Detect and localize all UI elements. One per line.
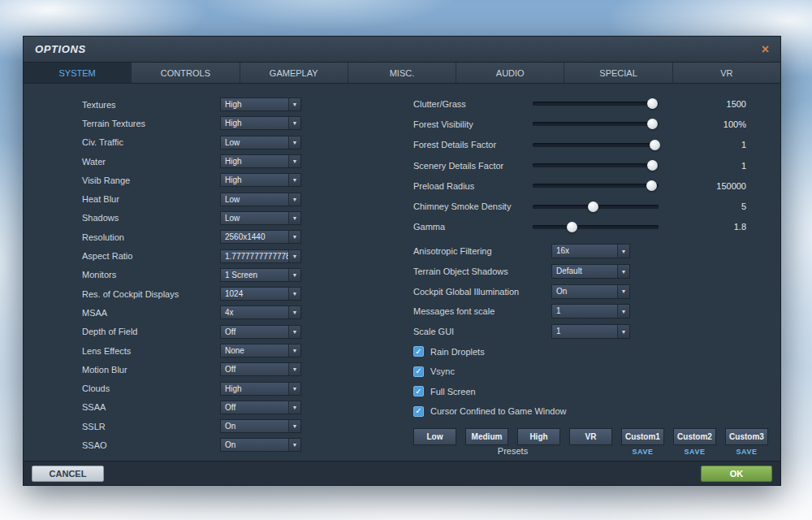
tab-controls[interactable]: CONTROLS [132,63,240,83]
clouds-dropdown[interactable]: High▼ [220,382,301,396]
preset-low-button[interactable]: Low [413,428,456,445]
cockpit-displays-res-dropdown[interactable]: 1024▼ [220,287,301,301]
save-custom1-link[interactable]: SAVE [633,448,654,456]
slider-value: 100% [659,119,771,129]
msaa-dropdown[interactable]: 4x▼ [220,306,301,319]
tab-misc[interactable]: MISC. [348,63,456,83]
setting-row: SSAAOff▼ [82,398,374,417]
slider-handle[interactable] [567,222,577,232]
motion-blur-dropdown[interactable]: Off▼ [220,362,301,376]
preset-high-button[interactable]: High [517,428,560,445]
cursor-confined-checkbox[interactable]: ✓ [413,406,424,417]
depth-of-field-dropdown[interactable]: Off▼ [220,325,301,339]
scale-gui-dropdown[interactable]: 1▼ [551,324,630,339]
presets-label: Presets [413,446,612,456]
save-custom2-link[interactable]: SAVE [685,448,706,456]
water-dropdown[interactable]: High▼ [220,154,301,168]
scenery-details-factor-slider[interactable] [533,160,659,171]
anisotropic-filtering-dropdown[interactable]: 16x▼ [551,244,630,258]
checkbox-label: Vsync [430,366,455,376]
textures-dropdown[interactable]: High▼ [220,98,301,111]
chevron-down-icon: ▼ [288,174,300,186]
setting-label: Water [82,157,220,167]
resolution-dropdown[interactable]: 2560x1440▼ [220,230,301,244]
slider-handle[interactable] [647,98,658,109]
preload-radius-slider[interactable] [533,180,659,191]
slider-track[interactable] [533,102,659,106]
slider-handle[interactable] [647,160,658,171]
setting-label: MSAA [82,308,220,318]
preset-custom3-button[interactable]: Custom3 [725,428,768,445]
gamma-slider[interactable] [533,222,659,232]
ssao-dropdown[interactable]: On▼ [220,438,301,452]
tab-system[interactable]: SYSTEM [24,63,132,83]
aspect-ratio-dropdown[interactable]: 1.7777777777778▼ [220,249,301,263]
preset-custom2-button[interactable]: Custom2 [673,428,716,445]
slider-handle[interactable] [646,180,657,191]
setting-label: Anisotropic Filtering [413,246,551,256]
slider-track[interactable] [533,163,659,167]
slider-track[interactable] [533,143,659,147]
setting-label: Terrain Textures [82,119,220,128]
preset-vr-button[interactable]: VR [569,428,612,445]
tab-special[interactable]: SPECIAL [564,63,672,83]
chevron-down-icon: ▼ [288,383,300,395]
dropdown-value: High [221,117,288,129]
setting-row: ShadowsLow▼ [82,209,374,228]
dropdown-value: On [221,420,288,432]
setting-row: MSAA4x▼ [82,303,374,322]
slider-track[interactable] [533,122,659,126]
cockpit-global-illumination-dropdown[interactable]: On▼ [551,284,630,299]
slider-label: Forest Details Factor [413,140,533,150]
ok-button[interactable]: OK [701,466,772,482]
slider-track[interactable] [533,184,659,188]
ssaa-dropdown[interactable]: Off▼ [220,401,301,414]
slider-track[interactable] [533,225,659,229]
save-custom3-link[interactable]: SAVE [736,448,758,456]
full-screen-checkbox[interactable]: ✓ [413,386,424,396]
terrain-object-shadows-dropdown[interactable]: Default▼ [551,264,630,279]
heat-blur-dropdown[interactable]: Low▼ [220,193,301,206]
preset-custom1-button[interactable]: Custom1 [621,428,664,445]
terrain-textures-dropdown[interactable]: High▼ [220,116,301,130]
dropdown-value: Off [221,326,288,338]
preset-col: VR [569,428,612,445]
slider-value: 1.8 [659,222,771,232]
preset-medium-button[interactable]: Medium [465,428,508,445]
monitors-dropdown[interactable]: 1 Screen▼ [220,268,301,282]
dropdown-value: Off [221,401,288,414]
messages-font-scale-dropdown[interactable]: 1▼ [551,304,630,318]
sslr-dropdown[interactable]: On▼ [220,419,301,433]
forest-details-factor-slider[interactable] [533,140,659,150]
dropdown-value: High [221,98,288,110]
slider-handle[interactable] [588,202,598,212]
check-icon: ✓ [415,388,421,396]
tab-audio[interactable]: AUDIO [456,63,564,83]
setting-row: SSAOOn▼ [82,436,374,454]
setting-label: SSAA [82,402,220,412]
shadows-dropdown[interactable]: Low▼ [220,211,301,225]
tab-vr[interactable]: VR [673,63,780,83]
chevron-down-icon: ▼ [617,285,629,298]
setting-row: TexturesHigh▼ [82,95,374,114]
tab-gameplay[interactable]: GAMEPLAY [240,63,348,83]
setting-row: Depth of FieldOff▼ [82,323,374,341]
lens-effects-dropdown[interactable]: None▼ [220,344,301,358]
visib-range-dropdown[interactable]: High▼ [220,173,301,187]
close-icon[interactable]: × [762,43,769,56]
chevron-down-icon: ▼ [288,231,300,243]
slider-handle[interactable] [647,119,658,129]
clutter-grass-slider[interactable] [533,98,659,109]
vsync-checkbox[interactable]: ✓ [413,366,424,377]
dialog-title: OPTIONS [35,43,86,55]
dropdown-value: 1.7777777777778 [221,250,288,262]
chimney-smoke-density-slider[interactable] [533,202,659,212]
rain-droplets-checkbox[interactable]: ✓ [413,346,424,357]
chevron-down-icon: ▼ [288,98,300,110]
cancel-button[interactable]: CANCEL [32,466,104,482]
slider-handle[interactable] [650,140,660,150]
forest-visibility-slider[interactable] [533,119,659,129]
right-dropdowns: Anisotropic Filtering16x▼ Terrain Object… [413,241,771,341]
left-settings-column: TexturesHigh▼ Terrain TexturesHigh▼ Civ.… [82,95,374,455]
civ-traffic-dropdown[interactable]: Low▼ [220,136,301,150]
